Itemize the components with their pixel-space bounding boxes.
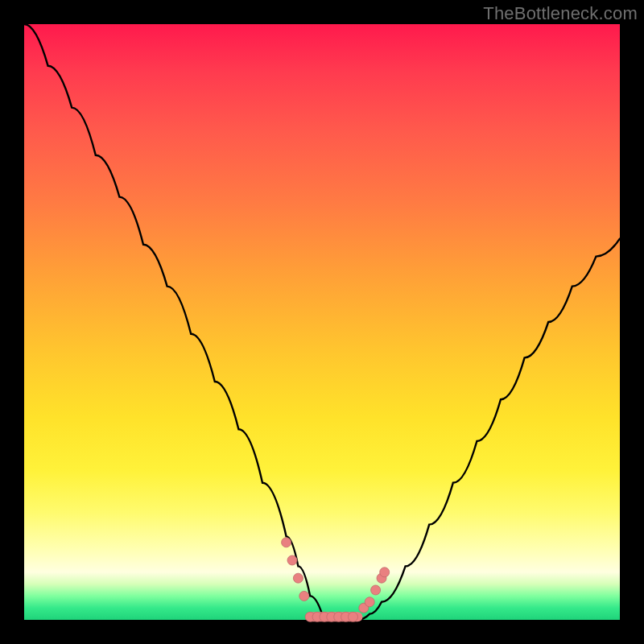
marker-dot — [371, 585, 381, 595]
marker-dot — [282, 538, 291, 547]
bottleneck-curve — [24, 24, 620, 620]
marker-dot — [365, 597, 374, 607]
curve-layer — [24, 24, 620, 620]
curve-markers — [282, 538, 390, 622]
watermark-text: TheBottleneck.com — [483, 3, 638, 24]
marker-dot — [287, 555, 297, 565]
marker-dot — [293, 573, 303, 583]
marker-dot — [299, 591, 309, 601]
curve-path — [24, 24, 620, 620]
marker-dot — [349, 612, 358, 621]
marker-dot — [380, 568, 390, 577]
chart-frame: TheBottleneck.com — [0, 0, 644, 644]
